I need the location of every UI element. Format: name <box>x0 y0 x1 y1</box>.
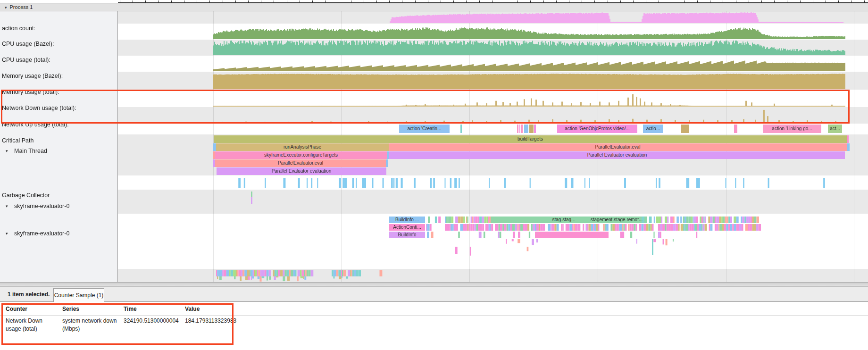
track-label-skyframe-evaluator-0-b[interactable]: skyframe-evaluator-0 <box>14 230 69 237</box>
slice-skyframe-evaluator-0-b[interactable]: ActionConti... <box>389 224 425 231</box>
selection-status: 1 item selected. <box>8 291 50 298</box>
cell-series[interactable]: system network down (Mbps) <box>62 317 120 333</box>
slice-sliver[interactable] <box>847 135 849 143</box>
slice-main-thread[interactable]: ParallelEvaluator.eval <box>389 143 847 151</box>
cell-value[interactable]: 184.1793113323983 <box>185 317 236 325</box>
tab-counter-sample[interactable]: Counter Sample (1) <box>53 288 104 302</box>
slice-sliver[interactable] <box>517 125 518 133</box>
track-label-main-thread[interactable]: Main Thread <box>14 148 47 154</box>
col-header-series: Series <box>62 306 79 312</box>
slice-main-thread[interactable]: Parallel Evaluator evaluation <box>217 167 386 175</box>
slice-sliver[interactable] <box>386 159 388 167</box>
slice-sliver[interactable] <box>652 239 653 255</box>
slice-main-thread[interactable]: ParallelEvaluator.eval <box>215 159 386 167</box>
slice-critical-path[interactable]: actio... <box>643 125 663 133</box>
collapse-arrow-icon[interactable]: ▾ <box>6 231 8 236</box>
track-label-mem-bazel[interactable]: Memory usage (Bazel): <box>2 73 63 79</box>
trace-viewer: ▾Process 1 action count:CPU usage (Bazel… <box>0 0 868 350</box>
collapse-arrow-icon[interactable]: ▾ <box>6 204 8 208</box>
track-label-mem-total[interactable]: Memory usage (total): <box>2 89 59 95</box>
slice-skyframe-evaluator-0-b[interactable]: BuildInfo <box>389 232 425 238</box>
cell-counter[interactable]: Network Down usage (total) <box>6 317 58 333</box>
panel-divider[interactable] <box>0 282 868 287</box>
slice-skyframe-evaluator-0-b[interactable]: stagement.stage.remot... <box>584 217 649 223</box>
slice-main-thread[interactable]: runAnalysisPhase <box>216 143 389 151</box>
slice-main-thread[interactable]: buildTargets <box>214 135 847 143</box>
track-label-skyframe-evaluator-0-a[interactable]: skyframe-evaluator-0 <box>14 203 69 209</box>
track-label-cpu-bazel[interactable]: CPU usage (Bazel): <box>2 41 54 47</box>
slice-sliver[interactable] <box>251 197 252 204</box>
slice-main-thread[interactable]: Parallel Evaluator evaluation <box>389 151 845 159</box>
details-panel: 1 item selected. Counter Sample (1) Coun… <box>0 287 868 350</box>
track-label-action-count[interactable]: action count: <box>2 25 35 32</box>
slice-sliver[interactable] <box>534 125 536 133</box>
table-header-divider <box>0 315 868 316</box>
track-label-net-down[interactable]: Network Down usage (total): <box>2 105 76 111</box>
track-label-net-up[interactable]: Network Up usage (total): <box>2 121 69 128</box>
slice-sliver[interactable] <box>519 125 520 133</box>
slice-sliver[interactable] <box>460 125 462 133</box>
slice-critical-path[interactable]: action 'GenObjcProtos video/... <box>557 125 637 133</box>
slice-critical-path[interactable]: act... <box>828 125 842 133</box>
slice-sliver[interactable] <box>529 125 534 133</box>
slice-skyframe-evaluator-0-b[interactable]: BuildInfo ... <box>389 217 425 223</box>
slice-sliver[interactable] <box>521 125 523 133</box>
slice-sliver[interactable] <box>251 192 252 197</box>
slice-sliver[interactable] <box>681 125 689 133</box>
slice-sliver[interactable] <box>524 125 528 133</box>
slice-skyframe-evaluator-0-b[interactable]: stag.stag... <box>538 217 590 223</box>
track-label-cpu-total[interactable]: CPU usage (total): <box>2 57 50 63</box>
col-header-time: Time <box>124 306 137 312</box>
track-label-gc[interactable]: Garbage Collector <box>2 192 50 199</box>
col-header-counter: Counter <box>6 306 27 312</box>
slice-critical-path[interactable]: action 'Creatin... <box>399 125 450 133</box>
collapse-arrow-icon[interactable]: ▾ <box>6 149 8 153</box>
slice-sliver[interactable] <box>734 125 737 133</box>
slice-sliver[interactable] <box>847 143 850 151</box>
track-label-critical-path[interactable]: Critical Path <box>2 137 33 144</box>
cell-time[interactable]: 324190.51300000004 <box>124 317 179 325</box>
track-label-sidebar: action count:CPU usage (Bazel):CPU usage… <box>0 11 118 282</box>
slice-critical-path[interactable]: action 'Linking go... <box>763 125 821 133</box>
slice-main-thread[interactable]: skyframeExecutor.configureTargets <box>215 151 387 159</box>
col-header-value: Value <box>185 306 200 312</box>
slice-sliver[interactable] <box>535 232 609 238</box>
slice-sliver[interactable] <box>213 143 216 151</box>
details-tab-bar: 1 item selected. Counter Sample (1) <box>0 287 868 302</box>
